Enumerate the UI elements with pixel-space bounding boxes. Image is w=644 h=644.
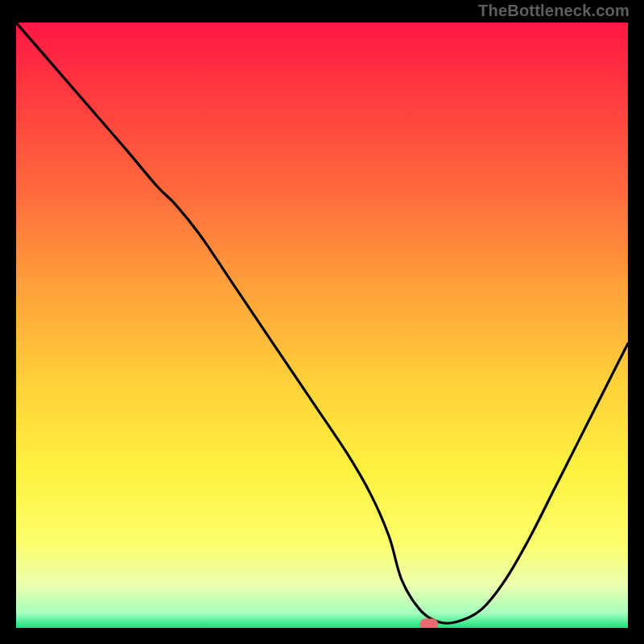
bottleneck-chart <box>16 23 628 628</box>
gradient-background <box>16 23 628 628</box>
watermark-text: TheBottleneck.com <box>478 2 630 20</box>
chart-frame: TheBottleneck.com <box>0 0 644 644</box>
optimal-marker <box>420 619 439 629</box>
chart-plot-area <box>16 23 628 628</box>
